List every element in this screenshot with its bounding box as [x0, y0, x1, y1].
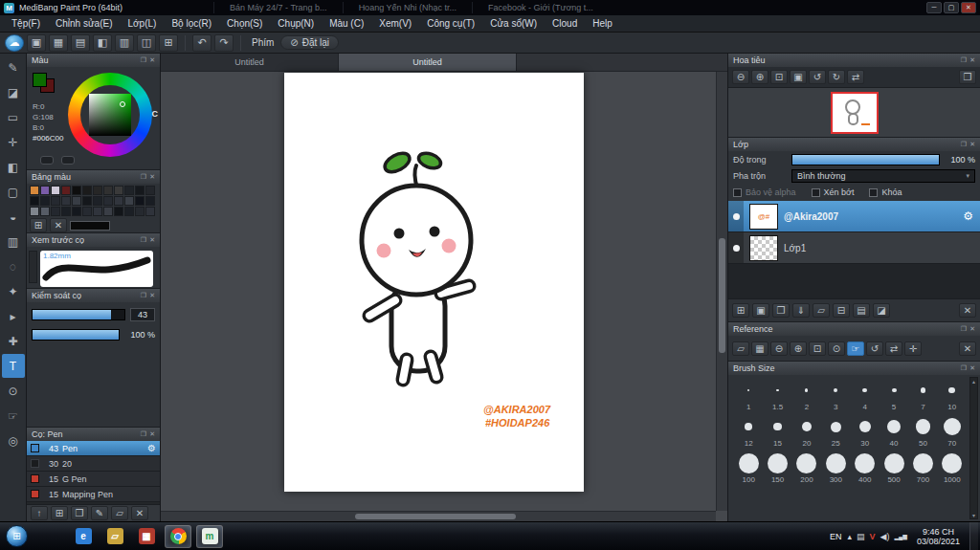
panel-close-icon[interactable]: ✕ — [969, 141, 975, 148]
operation-tool[interactable]: ▸ — [2, 304, 25, 328]
brush-size-value[interactable]: 43 — [130, 308, 155, 321]
brush-duplicate-icon[interactable]: ❐ — [71, 506, 88, 520]
blend-mode-dropdown[interactable]: Bình thường ▾ — [791, 169, 975, 183]
lock-checkbox[interactable]: Khóa — [869, 187, 902, 197]
window-layout-icon[interactable]: ◫ — [137, 34, 156, 52]
nav-zoom-in-icon[interactable]: ⊕ — [751, 70, 768, 84]
nav-rotate-right-icon[interactable]: ↻ — [828, 70, 845, 84]
brush-size-scrollbar[interactable]: ▴ ▾ — [969, 377, 978, 519]
panel-close-icon[interactable]: ✕ — [969, 325, 975, 333]
nav-actual-size-icon[interactable]: ▣ — [790, 70, 807, 84]
palette-swatch[interactable] — [51, 186, 60, 195]
nav-fit-icon[interactable]: ⊡ — [770, 70, 788, 84]
layer-merge-icon[interactable]: ⊟ — [833, 303, 850, 318]
protect-alpha-checkbox[interactable]: Bảo vệ alpha — [733, 187, 796, 197]
panel-close-icon[interactable]: ✕ — [149, 292, 155, 299]
palette-swatch[interactable] — [135, 196, 145, 206]
ref-hand-icon[interactable]: ☞ — [847, 341, 864, 356]
panel-close-icon[interactable]: ✕ — [149, 56, 155, 64]
foreground-color-swatch[interactable] — [33, 73, 47, 87]
ref-rotate-icon[interactable]: ↺ — [866, 341, 883, 356]
panel-float-icon[interactable]: ❐ — [961, 364, 967, 372]
brush-delete-icon[interactable]: ✕ — [131, 506, 148, 520]
palette-swatch[interactable] — [72, 186, 81, 195]
palette-swatch[interactable] — [30, 186, 39, 195]
brush-item[interactable]: 3020 — [27, 456, 160, 472]
layer-visibility-toggle[interactable] — [733, 213, 740, 220]
select-tool[interactable]: ▢ — [2, 180, 25, 204]
eraser-tool[interactable]: ◪ — [2, 80, 25, 104]
vertical-scroll-thumb[interactable] — [719, 238, 725, 352]
palette-swatch[interactable] — [114, 207, 123, 216]
scroll-down-icon[interactable]: ▾ — [972, 512, 975, 518]
nav-rotate-left-icon[interactable]: ↺ — [809, 70, 826, 84]
brush-size-option[interactable]: 500 — [880, 451, 908, 484]
panel-float-icon[interactable]: ❐ — [961, 141, 967, 148]
layer-settings-icon[interactable]: ⚙ — [963, 209, 973, 223]
color-wheel[interactable] — [68, 73, 152, 157]
move-tool[interactable]: ✛ — [2, 130, 25, 154]
brush-size-option[interactable]: 70 — [938, 415, 967, 448]
palette-swatch[interactable] — [40, 196, 50, 206]
panel-close-icon[interactable]: ✕ — [149, 430, 155, 438]
brush-size-option[interactable]: 4 — [851, 379, 880, 411]
undo-button[interactable]: ↶ — [192, 34, 212, 52]
brush-size-slider[interactable] — [32, 309, 125, 320]
layer-folder-icon[interactable]: ▱ — [813, 303, 830, 318]
tray-printer-icon[interactable]: ▤ — [857, 532, 865, 541]
menu-item-8[interactable]: Công cụ(T) — [419, 16, 482, 31]
menu-item-1[interactable]: Chỉnh sửa(E) — [48, 16, 121, 31]
tray-antivirus-icon[interactable]: V — [870, 532, 876, 541]
palette-swatch[interactable] — [40, 207, 50, 216]
ref-flip-icon[interactable]: ⇄ — [885, 341, 902, 356]
panel-float-icon[interactable]: ❐ — [141, 56, 146, 64]
menu-item-7[interactable]: Xem(V) — [371, 16, 419, 31]
canvas-tab-active[interactable]: Untitled — [339, 54, 517, 71]
minimize-button[interactable]: ─ — [926, 2, 942, 13]
palette-swatch[interactable] — [72, 207, 81, 216]
taskbar-photos-icon[interactable]: ▦ — [133, 525, 160, 548]
palette-swatch[interactable] — [93, 196, 102, 206]
divide-tool[interactable]: ✚ — [2, 329, 25, 353]
taskbar-clock[interactable]: 9:46 CH 03/08/2021 — [917, 527, 960, 546]
saturation-value-square[interactable] — [89, 94, 131, 136]
palette-swatch[interactable] — [135, 186, 145, 195]
brush-size-option[interactable]: 12 — [734, 415, 763, 448]
brush-size-option[interactable]: 300 — [821, 451, 850, 484]
color-history-swatch[interactable] — [40, 156, 54, 165]
brush-size-option[interactable]: 100 — [734, 451, 763, 484]
canvas-horizontal-scrollbar[interactable] — [161, 511, 716, 521]
brush-opacity-slider[interactable] — [32, 329, 120, 341]
brush-size-option[interactable]: 50 — [908, 415, 937, 448]
brush-size-option[interactable]: 150 — [763, 451, 791, 484]
medibang-cloud-icon[interactable]: ☁ — [5, 34, 24, 52]
palette-swatch[interactable] — [72, 196, 81, 206]
hand-tool[interactable]: ☞ — [2, 404, 25, 428]
palette-swatch[interactable] — [124, 207, 134, 216]
panel-float-icon[interactable]: ❐ — [141, 292, 146, 299]
background-window-1[interactable]: Hoang Yến Nhi (Nhạc tr... — [343, 2, 472, 13]
new-canvas-icon[interactable]: ▣ — [27, 34, 46, 52]
brush-add-icon[interactable]: ⊞ — [51, 506, 68, 520]
brush-size-option[interactable]: 700 — [908, 451, 937, 484]
brush-edit-icon[interactable]: ✎ — [91, 506, 108, 520]
text-tool[interactable]: T — [2, 354, 25, 378]
brush-item[interactable]: 15G Pen — [27, 472, 160, 487]
brush-size-option[interactable]: 7 — [908, 379, 937, 411]
menu-item-4[interactable]: Chọn(S) — [219, 16, 270, 31]
brush-size-option[interactable]: 25 — [821, 415, 850, 448]
maximize-button[interactable]: ▢ — [944, 2, 959, 13]
pen-tool[interactable]: ✎ — [2, 55, 25, 79]
palette-swatch[interactable] — [145, 207, 155, 216]
ref-eyedropper-icon[interactable]: ⊙ — [828, 341, 845, 356]
magic-wand-tool[interactable]: ✦ — [2, 279, 25, 303]
palette-swatch[interactable] — [82, 186, 92, 195]
horizontal-scroll-thumb[interactable] — [355, 514, 516, 519]
palette-add-icon[interactable]: ⊞ — [30, 218, 47, 232]
palette-swatch[interactable] — [61, 186, 71, 195]
brush-size-option[interactable]: 1000 — [938, 451, 967, 484]
menu-item-2[interactable]: Lớp(L) — [121, 16, 165, 31]
palette-swatch[interactable] — [61, 207, 71, 216]
palette-swatch[interactable] — [135, 207, 145, 216]
brush-size-option[interactable]: 3 — [821, 379, 850, 411]
